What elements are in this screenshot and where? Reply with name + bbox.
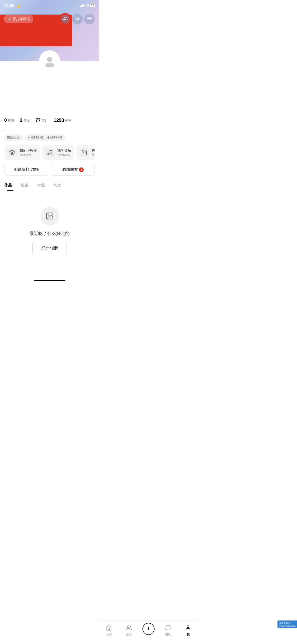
mini-app-programs[interactable]: 我的小程序 最近使用 <box>4 145 40 160</box>
nav-right-icons <box>60 14 95 24</box>
status-icons: 4G 11 <box>80 4 95 7</box>
profile-section: 0 获赞 2 朋友 77 关注 1293 粉丝 。 重庆·江北 + 添加学校、性… <box>0 110 99 265</box>
music-sub: 已收藏0首 <box>57 153 71 157</box>
svg-point-2 <box>76 17 79 20</box>
mini-app-shop[interactable]: 抖音 美妆 <box>76 145 95 160</box>
tab-favorites[interactable]: 收藏 <box>33 180 49 191</box>
add-friend-label: 添加朋友 <box>62 167 78 172</box>
likes-count: 0 <box>4 118 7 123</box>
edit-profile-button[interactable]: 编辑资料 70% <box>4 164 48 176</box>
svg-point-8 <box>48 153 49 155</box>
shop-sub: 美妆 <box>92 153 95 157</box>
youth-mode-button[interactable]: ⛨ 青少年模式 <box>4 15 33 23</box>
followers-count: 1293 <box>54 118 64 123</box>
likes-label: 获赞 <box>8 118 15 123</box>
tab-private[interactable]: 私密 <box>16 180 33 191</box>
following-label: 关注 <box>41 118 48 123</box>
mini-app-music[interactable]: 我的音乐 已收藏0首 <box>42 145 74 160</box>
shield-icon: ⛨ <box>8 17 11 21</box>
add-friend-button[interactable]: 添加朋友 1 <box>51 164 95 176</box>
following-stat[interactable]: 77 关注 <box>35 118 48 123</box>
stats-row: 0 获赞 2 朋友 77 关注 1293 粉丝 <box>4 118 95 123</box>
music-name: 我的音乐 <box>57 148 71 153</box>
friends-stat[interactable]: 2 朋友 <box>20 118 30 123</box>
menu-icon <box>87 16 92 22</box>
mini-program-sub: 最近使用 <box>20 153 37 157</box>
action-buttons: 编辑资料 70% 添加朋友 1 <box>4 164 95 176</box>
svg-point-1 <box>66 17 67 18</box>
status-bar: 22:05 🌙 4G 11 <box>0 0 99 9</box>
network-type: 4G <box>85 4 89 7</box>
svg-rect-3 <box>87 17 92 17</box>
likes-stat: 0 获赞 <box>4 118 15 123</box>
open-album-label: 打开相册 <box>41 246 58 250</box>
search-icon <box>75 16 80 22</box>
edit-profile-label: 编辑资料 70% <box>14 167 39 172</box>
people-icon <box>63 16 68 22</box>
mini-program-name: 我的小程序 <box>20 148 37 153</box>
empty-state: 最近吃了什么好吃的 打开相册 <box>4 191 95 265</box>
battery-icon: 11 <box>90 4 95 7</box>
add-tag-button[interactable]: + 添加学校、性别等标签 <box>25 134 65 141</box>
mini-program-icon <box>7 148 17 157</box>
youth-mode-label: 青少年模式 <box>13 17 30 21</box>
followers-stat[interactable]: 1293 粉丝 <box>54 118 72 123</box>
open-album-button[interactable]: 打开相册 <box>32 242 67 254</box>
moon-icon: 🌙 <box>16 3 20 8</box>
svg-point-6 <box>47 57 52 62</box>
header-background: 22:05 🌙 4G 11 ⛨ 青少年模式 <box>0 0 99 61</box>
search-button[interactable] <box>72 14 83 24</box>
avatar[interactable] <box>39 50 60 71</box>
empty-title: 最近吃了什么好吃的 <box>29 231 70 237</box>
tab-likes[interactable]: 喜欢 <box>49 180 65 191</box>
content-tabs: 作品 私密 收藏 喜欢 <box>0 180 99 191</box>
empty-icon-wrap <box>40 207 59 225</box>
svg-rect-4 <box>87 18 92 19</box>
friends-label: 朋友 <box>23 118 30 123</box>
followers-label: 粉丝 <box>65 118 72 123</box>
following-count: 77 <box>35 118 41 123</box>
signal-icon <box>80 4 84 7</box>
music-icon <box>45 148 55 157</box>
svg-point-7 <box>45 63 54 67</box>
shop-name: 抖音 <box>92 148 95 153</box>
bio-text: 。 <box>4 127 95 132</box>
add-tag-label: + 添加学校、性别等标签 <box>28 135 62 140</box>
svg-rect-5 <box>87 20 92 20</box>
svg-point-12 <box>48 214 49 215</box>
friends-count: 2 <box>20 118 22 123</box>
add-friend-badge: 1 <box>79 167 84 172</box>
shop-icon <box>79 148 89 157</box>
menu-button[interactable] <box>84 14 95 24</box>
user-icon-button[interactable] <box>60 14 70 24</box>
avatar-area <box>39 50 60 71</box>
image-icon <box>45 212 54 220</box>
tab-works[interactable]: 作品 <box>4 180 16 191</box>
tags-row: 重庆·江北 + 添加学校、性别等标签 <box>4 134 95 141</box>
status-time: 22:05 <box>4 3 14 8</box>
mini-apps-row: 我的小程序 最近使用 我的音乐 已收藏0首 <box>4 145 95 160</box>
svg-point-9 <box>51 153 52 154</box>
location-tag: 重庆·江北 <box>4 134 23 141</box>
svg-point-0 <box>64 17 65 18</box>
